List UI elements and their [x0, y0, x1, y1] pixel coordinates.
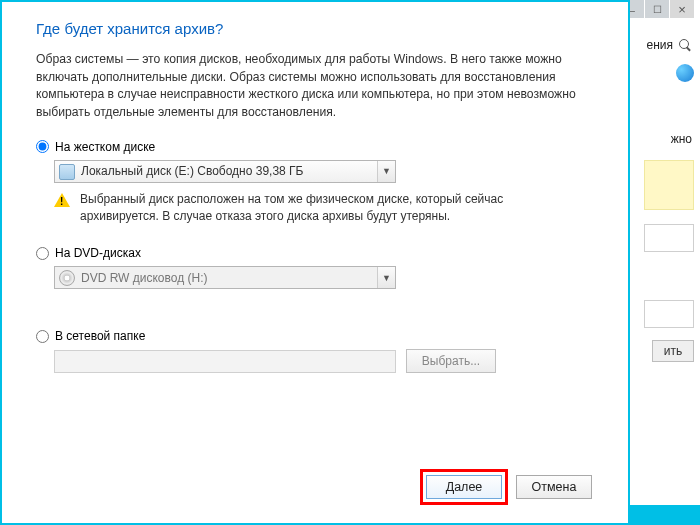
bg-button-fragment[interactable]: ить [652, 340, 694, 362]
bg-text-fragment-2: жно [627, 130, 694, 148]
taskbar-fragment [625, 505, 700, 525]
dvd-combo[interactable]: DVD RW дисковод (H:) ▼ [54, 266, 396, 289]
network-path-input [54, 350, 396, 373]
highlight-box: Далее [420, 469, 508, 505]
hdd-combo-value: Локальный диск (E:) Свободно 39,38 ГБ [81, 164, 303, 178]
radio-hdd-input[interactable] [36, 140, 49, 153]
dialog-title: Где будет хранится архив? [36, 20, 616, 37]
option-network: В сетевой папке Выбрать... [36, 329, 604, 373]
bg-maximize-button[interactable] [645, 0, 669, 18]
window-controls [620, 0, 694, 18]
bg-field-1 [644, 224, 694, 252]
radio-network-label: В сетевой папке [55, 329, 145, 343]
radio-hdd[interactable]: На жестком диске [36, 140, 604, 154]
search-icon[interactable] [679, 39, 692, 52]
browse-button: Выбрать... [406, 349, 496, 373]
background-window: ения жно ить [625, 0, 700, 525]
dvd-icon [59, 270, 75, 286]
next-button[interactable]: Далее [426, 475, 502, 499]
bg-note-panel [644, 160, 694, 210]
bg-text-fragment: ения [627, 36, 694, 54]
option-hdd: На жестком диске Локальный диск (E:) Сво… [36, 140, 604, 225]
radio-dvd-input[interactable] [36, 247, 49, 260]
warning-icon [54, 193, 70, 207]
radio-network[interactable]: В сетевой папке [36, 329, 604, 343]
dialog-description: Образ системы — это копия дисков, необхо… [36, 51, 608, 122]
globe-icon [676, 64, 694, 82]
backup-location-dialog: Где будет хранится архив? Образ системы … [0, 0, 630, 525]
hdd-warning-text: Выбранный диск расположен на том же физи… [80, 191, 574, 225]
radio-dvd-label: На DVD-дисках [55, 246, 141, 260]
chevron-down-icon[interactable]: ▼ [377, 161, 395, 182]
bg-close-button[interactable] [670, 0, 694, 18]
radio-network-input[interactable] [36, 330, 49, 343]
option-dvd: На DVD-дисках DVD RW дисковод (H:) ▼ [36, 246, 604, 289]
dvd-combo-value: DVD RW дисковод (H:) [81, 271, 208, 285]
hdd-warning: Выбранный диск расположен на том же физи… [54, 191, 574, 225]
radio-dvd[interactable]: На DVD-дисках [36, 246, 604, 260]
hdd-icon [59, 164, 75, 180]
hdd-combo[interactable]: Локальный диск (E:) Свободно 39,38 ГБ ▼ [54, 160, 396, 183]
chevron-down-icon[interactable]: ▼ [377, 267, 395, 288]
cancel-button[interactable]: Отмена [516, 475, 592, 499]
bg-field-2 [644, 300, 694, 328]
radio-hdd-label: На жестком диске [55, 140, 155, 154]
dialog-footer: Далее Отмена [420, 469, 592, 505]
